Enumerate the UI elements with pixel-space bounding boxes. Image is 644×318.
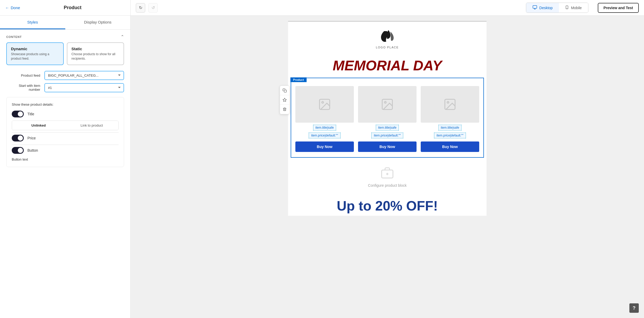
tab-styles[interactable]: Styles xyxy=(0,16,65,29)
link-to-product-btn[interactable]: Link to product xyxy=(65,121,119,130)
dynamic-card-title: Dynamic xyxy=(11,47,59,51)
buy-now-btn-3[interactable]: Buy Now xyxy=(421,141,479,152)
done-button[interactable]: ← Done xyxy=(5,5,20,10)
chevron-up-icon[interactable]: ⌃ xyxy=(121,34,124,39)
tabs-row: Styles Display Options xyxy=(0,16,130,30)
title-toggle-label: Title xyxy=(27,112,34,116)
view-toggle: Desktop Mobile xyxy=(526,3,588,13)
configure-text: Configure product block xyxy=(368,183,407,188)
mobile-icon xyxy=(565,5,569,10)
canvas-area: LOGO PLACE MEMORIAL DAY xyxy=(131,16,644,318)
content-type-dynamic[interactable]: Dynamic Showcase products using a produc… xyxy=(6,42,64,65)
svg-rect-0 xyxy=(533,5,537,8)
product-item: item.title|safe item.price|default:"" Bu… xyxy=(358,86,417,152)
section-header: CONTENT ⌃ xyxy=(0,30,130,42)
email-header: LOGO PLACE xyxy=(288,22,487,53)
help-button[interactable]: ? xyxy=(629,303,639,313)
svg-point-12 xyxy=(447,101,449,103)
product-item: item.title|safe item.price|default:"" Bu… xyxy=(421,86,479,152)
buy-now-btn-1[interactable]: Buy Now xyxy=(295,141,354,152)
copy-button[interactable] xyxy=(280,86,289,95)
logo-icon xyxy=(379,29,396,45)
product-image-1 xyxy=(295,86,354,123)
price-toggle-row: Price xyxy=(12,135,119,141)
button-text-label: Button text xyxy=(12,157,28,161)
product-title-1: item.title|safe xyxy=(313,125,336,130)
start-item-label: Start with item number xyxy=(6,84,40,92)
button-toggle-row: Button xyxy=(12,147,119,154)
title-toggle-row: Title xyxy=(12,111,119,117)
tab-display-options[interactable]: Display Options xyxy=(65,16,131,29)
buy-now-btn-2[interactable]: Buy Now xyxy=(358,141,417,152)
unlinked-btn[interactable]: Unlinked xyxy=(12,121,65,130)
static-card-title: Static xyxy=(72,47,120,51)
button-toggle[interactable] xyxy=(12,147,24,154)
product-block-wrapper: Product item.title|safe item.price|defau… xyxy=(291,78,484,158)
start-item-row: Start with item number #1 xyxy=(0,82,130,94)
divider-1 xyxy=(12,132,119,133)
toggle-section: Show these product details: Title Unlink… xyxy=(6,97,124,167)
logo-text: LOGO PLACE xyxy=(376,46,399,49)
memorial-day-headline: MEMORIAL DAY xyxy=(288,53,487,78)
desktop-view-btn[interactable]: Desktop xyxy=(526,3,559,13)
title-link-segmented: Unlinked Link to product xyxy=(12,121,119,130)
product-feed-row: Product feed BIGC_POPULAR_ALL_CATEG... xyxy=(0,69,130,82)
product-block: Product item.title|safe item.price|defau… xyxy=(291,78,484,158)
content-type-row: Dynamic Showcase products using a produc… xyxy=(0,42,130,69)
title-toggle[interactable] xyxy=(12,111,24,117)
product-item: item.title|safe item.price|default:"" Bu… xyxy=(295,86,354,152)
right-panel: ↻ ↺ Desktop Mobile Preview and Test xyxy=(131,0,644,318)
product-price-2: item.price|default:"" xyxy=(371,133,403,138)
product-label: Product xyxy=(290,77,307,82)
arrow-left-icon: ← xyxy=(5,5,9,10)
off-text: Up to 20% OFF! xyxy=(288,196,487,216)
content-section: CONTENT ⌃ Dynamic Showcase products usin… xyxy=(0,30,130,172)
top-bar: ← Done Product xyxy=(0,0,130,16)
svg-marker-6 xyxy=(283,98,286,101)
price-toggle[interactable] xyxy=(12,135,24,141)
product-grid: item.title|safe item.price|default:"" Bu… xyxy=(295,86,479,152)
svg-point-10 xyxy=(384,101,386,103)
desktop-label: Desktop xyxy=(539,6,553,10)
start-item-select[interactable]: #1 xyxy=(44,83,124,92)
favorite-button[interactable] xyxy=(280,95,289,105)
svg-rect-5 xyxy=(284,90,286,92)
product-image-3 xyxy=(421,86,479,123)
divider-2 xyxy=(12,145,119,145)
static-card-desc: Choose products to show for all recipien… xyxy=(72,52,120,61)
redo-button[interactable]: ↺ xyxy=(148,3,158,13)
product-price-1: item.price|default:"" xyxy=(309,133,340,138)
show-details-title: Show these product details: xyxy=(12,103,119,106)
product-title-3: item.title|safe xyxy=(438,125,461,130)
logo-placeholder: LOGO PLACE xyxy=(376,29,399,49)
mobile-view-btn[interactable]: Mobile xyxy=(559,3,588,13)
preview-test-button[interactable]: Preview and Test xyxy=(598,3,639,13)
price-toggle-label: Price xyxy=(27,136,36,140)
button-toggle-label: Button xyxy=(27,148,38,152)
section-title: CONTENT xyxy=(6,35,22,38)
done-label: Done xyxy=(11,5,20,10)
product-image-2 xyxy=(358,86,417,123)
svg-point-8 xyxy=(322,101,324,103)
dynamic-card-desc: Showcase products using a product feed. xyxy=(11,52,59,61)
content-type-static[interactable]: Static Choose products to show for all r… xyxy=(67,42,124,65)
right-toolbar: ↻ ↺ Desktop Mobile Preview and Test xyxy=(131,0,644,16)
email-canvas: LOGO PLACE MEMORIAL DAY xyxy=(288,21,487,216)
left-panel: ← Done Product Styles Display Options CO… xyxy=(0,0,131,318)
product-price-3: item.price|default:"" xyxy=(434,133,466,138)
undo-button[interactable]: ↻ xyxy=(136,3,145,13)
floating-toolbar xyxy=(280,86,290,114)
configure-icon xyxy=(380,166,394,181)
page-title: Product xyxy=(20,5,125,10)
desktop-icon xyxy=(532,5,537,10)
configure-block: Configure product block xyxy=(288,158,487,196)
product-title-2: item.title|safe xyxy=(376,125,399,130)
delete-button[interactable] xyxy=(280,105,289,114)
product-feed-label: Product feed xyxy=(6,73,40,77)
mobile-label: Mobile xyxy=(571,6,582,10)
product-feed-select[interactable]: BIGC_POPULAR_ALL_CATEG... xyxy=(44,71,124,80)
